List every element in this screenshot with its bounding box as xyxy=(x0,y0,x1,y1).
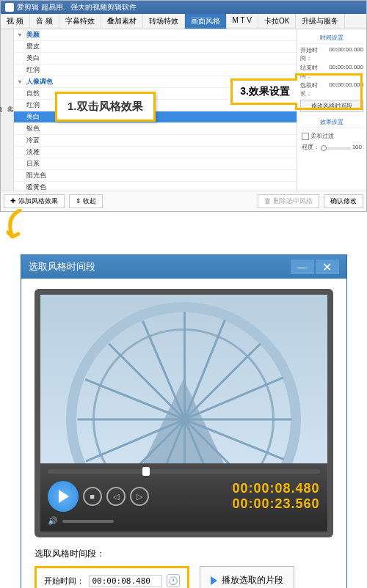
time-panel-title: 时间设置 xyxy=(300,32,363,44)
tab-upgrade[interactable]: 升级与服务 xyxy=(296,14,345,29)
stop-button[interactable]: ■ xyxy=(83,487,102,506)
list-item[interactable]: 暖黄色 xyxy=(14,182,297,191)
progress-bar[interactable] xyxy=(48,469,320,474)
next-frame-button[interactable]: ▷ xyxy=(130,487,149,506)
start-time-input[interactable] xyxy=(89,575,162,587)
main-tabs: 视 频 音 频 字幕特效 叠加素材 转场特效 画面风格 M T V 卡拉OK 升… xyxy=(1,14,366,29)
volume-slider[interactable] xyxy=(62,520,114,523)
play-segment-button[interactable]: 播放选取的片段 xyxy=(200,566,294,588)
play-button[interactable] xyxy=(48,481,79,512)
list-item[interactable]: 美白 xyxy=(14,53,297,65)
callout-1: 1.双击风格效果 xyxy=(55,92,156,122)
expand-icon: ▾ xyxy=(18,32,24,38)
list-item[interactable]: 冷蓝 xyxy=(14,135,297,147)
tab-style[interactable]: 画面风格 xyxy=(185,14,227,29)
list-item[interactable]: 阳光色 xyxy=(14,170,297,182)
sidebar: 美化 滤镜 动景 xyxy=(1,29,14,191)
tab-karaoke[interactable]: 卡拉OK xyxy=(258,14,296,29)
effect-panel-title: 效果设置 xyxy=(300,117,363,128)
bottom-bar: ✚ 添加风格效果 ⇕ 收起 🗑 删除选中风格 确认修改 xyxy=(1,191,366,211)
right-panel: 时间设置 开始时间：00:00:00.000 结束时间：00:00:00.000… xyxy=(297,29,366,191)
callout-3: 3.效果设置 xyxy=(230,78,297,105)
callout-3-box: 3.效果设置 xyxy=(295,73,363,110)
list-item[interactable]: 淡雅 xyxy=(14,147,297,158)
app-title: 爱剪辑 超易用、强大的视频剪辑软件 xyxy=(17,2,137,12)
progress-thumb[interactable] xyxy=(142,467,150,476)
section-title: 选取风格时间段： xyxy=(34,548,333,560)
tab-transition[interactable]: 转场特效 xyxy=(143,14,185,29)
tab-audio[interactable]: 音 频 xyxy=(30,14,59,29)
time-range-dialog: 选取风格时间段 — ✕ xyxy=(21,254,347,588)
dialog-title: 选取风格时间段 xyxy=(29,260,95,273)
titlebar: 爱剪辑 超易用、强大的视频剪辑软件 xyxy=(1,1,366,14)
close-button[interactable]: ✕ xyxy=(316,260,339,274)
tab-video[interactable]: 视 频 xyxy=(1,14,30,29)
list-item[interactable]: 银色 xyxy=(14,123,297,135)
video-preview[interactable] xyxy=(40,295,327,463)
video-player: ■ ◁ ▷ 00:00:08.480 00:00:23.560 🔊 xyxy=(34,289,333,537)
prev-frame-button[interactable]: ◁ xyxy=(106,487,126,506)
list-header[interactable]: ▾美颜 xyxy=(14,29,297,41)
list-item[interactable]: 红润 xyxy=(14,65,297,76)
current-time: 00:00:08.480 xyxy=(232,481,319,496)
volume-icon[interactable]: 🔊 xyxy=(48,516,58,526)
sidebar-filter[interactable]: 滤镜 xyxy=(0,101,2,122)
collapse-button[interactable]: ⇕ 收起 xyxy=(69,194,103,208)
confirm-modify-button[interactable]: 确认修改 xyxy=(324,194,363,208)
sidebar-beautify[interactable]: 美化 xyxy=(5,101,13,122)
tab-mtv[interactable]: M T V xyxy=(227,14,258,29)
tab-overlay[interactable]: 叠加素材 xyxy=(101,14,143,29)
delete-style-button[interactable]: 🗑 删除选中风格 xyxy=(258,194,319,208)
time-inputs-box: 开始时间： 🕐 结束时间： 🕐 xyxy=(34,566,189,588)
list-item[interactable]: 磨皮 xyxy=(14,41,297,53)
dialog-titlebar: 选取风格时间段 — ✕ xyxy=(21,255,346,279)
minimize-button[interactable]: — xyxy=(291,260,314,274)
degree-slider[interactable] xyxy=(321,147,351,150)
soft-transition-checkbox[interactable] xyxy=(302,133,309,140)
expand-icon: ▾ xyxy=(18,78,24,85)
pick-start-button[interactable]: 🕐 xyxy=(167,574,180,587)
soft-transition-label: 柔和过渡 xyxy=(310,133,334,139)
total-time: 00:00:23.560 xyxy=(232,496,319,512)
app-logo-icon xyxy=(5,3,14,12)
video-controls: ■ ◁ ▷ 00:00:08.480 00:00:23.560 🔊 xyxy=(40,463,327,532)
add-style-button[interactable]: ✚ 添加风格效果 xyxy=(4,194,65,208)
list-item[interactable]: 日系 xyxy=(14,158,297,170)
tab-subtitle[interactable]: 字幕特效 xyxy=(59,14,101,29)
flow-arrow-icon xyxy=(4,209,33,242)
